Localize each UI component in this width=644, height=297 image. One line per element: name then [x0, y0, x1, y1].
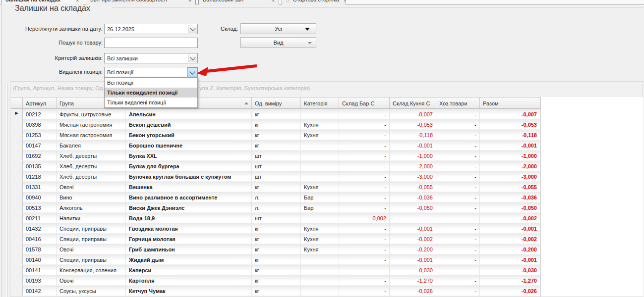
row-indicator[interactable]: [11, 265, 23, 275]
cell[interactable]: шт: [252, 161, 301, 171]
cell[interactable]: -3,000: [390, 171, 436, 182]
cell[interactable]: -: [339, 202, 390, 213]
cell[interactable]: Кухня: [301, 234, 339, 244]
cell[interactable]: Гвоздика молотая: [126, 223, 252, 234]
cell[interactable]: -: [390, 213, 436, 223]
cell[interactable]: Булка для бургера: [126, 161, 252, 171]
cell[interactable]: 00513: [23, 202, 57, 213]
cell[interactable]: [301, 171, 339, 182]
cell[interactable]: -: [339, 119, 390, 130]
cell[interactable]: Апельсин: [126, 109, 252, 119]
cell[interactable]: -0,002: [480, 234, 540, 244]
column-header[interactable]: Категорія: [301, 97, 339, 109]
cell[interactable]: -0,055: [480, 182, 540, 192]
cell[interactable]: Вино разливное в ассортименте: [126, 192, 252, 202]
store-dropdown[interactable]: Усі: [240, 23, 316, 34]
cell[interactable]: Картопля: [126, 275, 252, 286]
cell[interactable]: кг: [252, 119, 301, 130]
cell[interactable]: -: [436, 150, 480, 161]
cell[interactable]: -1,270: [390, 275, 436, 286]
cell[interactable]: -0,036: [390, 192, 436, 202]
cell[interactable]: Виски Джек Дэниэлс: [126, 202, 252, 213]
cell[interactable]: -: [436, 171, 480, 182]
cell[interactable]: -0,055: [390, 182, 436, 192]
cell[interactable]: Кухня: [301, 130, 339, 140]
cell[interactable]: [301, 150, 339, 161]
cell[interactable]: 00135: [23, 161, 57, 171]
cell[interactable]: -: [339, 161, 390, 171]
cell[interactable]: -3,000: [480, 171, 540, 182]
row-indicator[interactable]: [11, 213, 23, 223]
column-header[interactable]: Склад Бар С: [339, 97, 390, 109]
cell[interactable]: кг: [252, 109, 301, 119]
row-indicator[interactable]: [11, 223, 23, 234]
cell[interactable]: -: [436, 234, 480, 244]
cell[interactable]: Гриб шампиньон: [126, 244, 252, 254]
cell[interactable]: -0,030: [390, 265, 436, 275]
cell[interactable]: Соусы, уксусы: [57, 286, 126, 296]
cell[interactable]: кг: [252, 223, 301, 234]
cell[interactable]: -2,000: [390, 161, 436, 171]
cell[interactable]: 00142: [23, 286, 57, 296]
cell[interactable]: Овочі: [57, 182, 126, 192]
cell[interactable]: [301, 140, 339, 150]
cell[interactable]: Бакалея: [57, 140, 126, 150]
cell[interactable]: -0,026: [390, 286, 436, 296]
cell[interactable]: -: [436, 213, 480, 223]
close-icon[interactable]: x: [344, 0, 346, 2]
tab-4[interactable]: ⌂ Стартова сторінкаx: [282, 0, 346, 4]
cell[interactable]: кг: [252, 234, 301, 244]
cell[interactable]: кг: [252, 254, 301, 265]
cell[interactable]: Мясная гастрономия: [57, 130, 126, 140]
cell[interactable]: Кетчуп Чумак: [126, 286, 252, 296]
cell[interactable]: -: [436, 265, 480, 275]
cell[interactable]: Фрукты, цитрусовые: [57, 109, 126, 119]
row-indicator[interactable]: [11, 254, 23, 265]
cell[interactable]: -: [436, 254, 480, 265]
cell[interactable]: -0,002: [480, 213, 540, 223]
cell[interactable]: -: [339, 234, 390, 244]
cell[interactable]: -: [339, 275, 390, 286]
cell[interactable]: -: [339, 192, 390, 202]
cell[interactable]: кг: [252, 244, 301, 254]
row-indicator[interactable]: [11, 161, 23, 171]
row-indicator[interactable]: [11, 234, 23, 244]
tab-2[interactable]: Звіт про змінення собівартостіx: [86, 0, 196, 4]
cell[interactable]: кг: [252, 286, 301, 296]
cell[interactable]: Напитки: [57, 213, 126, 223]
chevron-down-icon[interactable]: [188, 54, 197, 62]
cell[interactable]: кг: [252, 140, 301, 150]
cell[interactable]: -: [436, 109, 480, 119]
dropdown-option[interactable]: Всі позиції: [105, 78, 197, 88]
column-header[interactable]: Хоз.товари: [436, 97, 480, 109]
view-dropdown-button[interactable]: Вид: [240, 37, 316, 48]
cell[interactable]: -0,050: [390, 202, 436, 213]
cell[interactable]: Овочі: [57, 275, 126, 286]
cell[interactable]: Хлеб, десерты: [57, 150, 126, 161]
cell[interactable]: кг: [252, 265, 301, 275]
cell[interactable]: кг: [252, 275, 301, 286]
cell[interactable]: -0,001: [390, 254, 436, 265]
row-indicator[interactable]: [11, 140, 23, 150]
cell[interactable]: 00147: [23, 140, 57, 150]
cell[interactable]: -: [339, 286, 390, 296]
cell[interactable]: Овочі: [57, 244, 126, 254]
close-icon[interactable]: x: [189, 0, 192, 2]
cell[interactable]: 01218: [23, 171, 57, 182]
cell[interactable]: -0,007: [390, 109, 436, 119]
cell[interactable]: 00211: [23, 213, 57, 223]
cell[interactable]: Хлеб, десерты: [57, 161, 126, 171]
cell[interactable]: [301, 213, 339, 223]
row-indicator[interactable]: [11, 192, 23, 202]
cell[interactable]: -: [339, 140, 390, 150]
left-splitter[interactable]: [0, 4, 2, 297]
cell[interactable]: л.: [252, 202, 301, 213]
cell[interactable]: Консервация, соления: [57, 265, 126, 275]
cell[interactable]: -: [436, 202, 480, 213]
cell[interactable]: -0,030: [480, 265, 540, 275]
left-splitter-inner[interactable]: [5, 83, 7, 297]
cell[interactable]: Кухня: [301, 244, 339, 254]
row-indicator[interactable]: [11, 275, 23, 286]
cell[interactable]: -: [436, 244, 480, 254]
row-indicator[interactable]: [11, 130, 23, 140]
